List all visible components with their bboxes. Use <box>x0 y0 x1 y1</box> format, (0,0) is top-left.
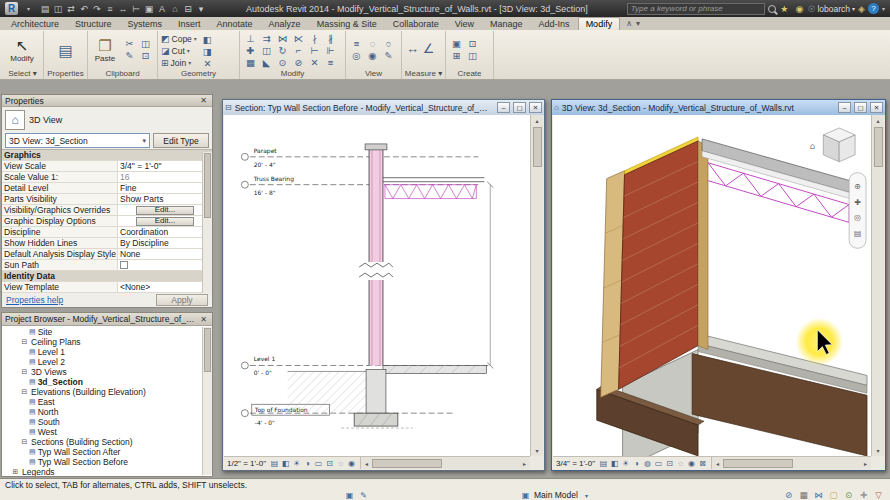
tree-item-east[interactable]: ▤East <box>2 397 212 407</box>
vertical-scrollbar[interactable]: ▴ ▾ <box>871 115 884 456</box>
select-pinned-elements-icon[interactable]: ⊙ <box>843 490 854 500</box>
section-window-titlebar[interactable]: ⊟ Section: Typ Wall Section Before - Mod… <box>223 100 544 115</box>
print-icon[interactable]: ≡ <box>104 2 116 15</box>
tab-annotate[interactable]: Annotate <box>209 17 261 30</box>
property-value-visibility-graphics-overrides[interactable]: Edit... <box>118 205 212 215</box>
tag-by-category-icon[interactable]: ▣ <box>143 2 155 15</box>
hide-category-icon[interactable]: ◌ <box>365 37 380 49</box>
tree-item-sections-building-section[interactable]: ⊟Sections (Building Section) <box>2 437 212 447</box>
open-icon[interactable]: ▤ <box>39 2 51 15</box>
exclude-options-icon[interactable]: ⊘ <box>783 490 794 500</box>
properties-toggle-button[interactable]: ▤ <box>49 32 83 69</box>
tab-analyze[interactable]: Analyze <box>261 17 309 30</box>
render-icon[interactable]: ◍ <box>642 458 653 469</box>
split-with-gap-icon[interactable]: ∦ <box>323 32 338 44</box>
close-button[interactable]: ✕ <box>870 102 883 113</box>
tab-manage[interactable]: Manage <box>482 17 531 30</box>
unlocked-3d-view-icon[interactable]: ⊠ <box>697 458 708 469</box>
scale-icon[interactable]: ◣ <box>259 56 274 68</box>
type-selector-combo[interactable]: 3D View: 3d_Section ▾ <box>5 133 150 148</box>
tree-item-legends[interactable]: ⊞Legends <box>2 467 212 476</box>
pan-icon[interactable]: ✚ <box>854 198 861 207</box>
scale-control[interactable]: 3/4" = 1'-0" <box>556 459 595 468</box>
thin-lines-icon[interactable]: ≡ <box>349 37 364 49</box>
join-button[interactable]: ⊞Join▾ <box>161 57 197 68</box>
property-value-discipline[interactable]: Coordination <box>118 227 212 237</box>
property-value-view-scale[interactable]: 3/4" = 1'-0"▾ <box>118 161 212 171</box>
expand-icon[interactable]: ⊟ <box>20 368 29 376</box>
edit-button[interactable]: Edit... <box>136 206 194 215</box>
tab-add-ins[interactable]: Add-Ins <box>531 17 578 30</box>
orbit-icon[interactable]: ▤ <box>854 229 862 238</box>
application-menu-button[interactable]: R <box>5 2 18 15</box>
tree-item-south[interactable]: ▤South <box>2 417 212 427</box>
paste-button[interactable]: ❐ Paste <box>91 32 119 69</box>
section-icon[interactable]: ⊟ <box>182 2 194 15</box>
property-value-graphic-display-options[interactable]: Edit... <box>118 216 212 226</box>
measure-between-references-icon[interactable]: ↔ <box>405 36 420 60</box>
measure-icon[interactable]: ↔ <box>117 2 129 15</box>
reveal-hidden-elements-icon[interactable]: ◉ <box>346 458 357 469</box>
panel-label-select[interactable]: Select ▾ <box>2 69 43 79</box>
tree-item-typ-wall-section-before[interactable]: ▤Typ Wall Section Before <box>2 457 212 467</box>
minimize-ribbon-icon[interactable]: ∧ <box>626 19 632 28</box>
editable-only-icon[interactable]: ▦ <box>798 490 809 500</box>
cut-profile-icon[interactable]: ✎ <box>381 49 396 61</box>
array-icon[interactable]: ▦ <box>243 56 258 68</box>
mirror-draw-axis-icon[interactable]: ⋉ <box>291 32 306 44</box>
shadows-icon[interactable]: ◑ <box>302 458 313 469</box>
tree-item-3d-views[interactable]: ⊟3D Views <box>2 367 212 377</box>
mirror-pick-axis-icon[interactable]: ⋈ <box>275 32 290 44</box>
tab-massing-site[interactable]: Massing & Site <box>309 17 385 30</box>
panel-label-view[interactable]: View <box>346 69 401 79</box>
close-button[interactable]: ✕ <box>529 102 542 113</box>
hide-elements-icon[interactable]: ○ <box>381 37 396 49</box>
property-section-graphics[interactable]: Graphics∧ <box>2 150 212 161</box>
apply-button[interactable]: Apply <box>156 294 208 306</box>
cut-icon[interactable]: ✂ <box>122 37 137 49</box>
sun-path-checkbox[interactable] <box>120 261 128 269</box>
application-menu-caret-icon[interactable]: ▾ <box>21 3 36 15</box>
temporary-hide-isolate-icon[interactable]: ◌ <box>335 458 346 469</box>
3d-window-titlebar[interactable]: ⌂ 3D View: 3d_Section - Modify_Vertical_… <box>552 100 885 115</box>
expand-icon[interactable]: ⊞ <box>11 468 20 476</box>
infocenter-search-input[interactable] <box>627 3 765 15</box>
detail-level-icon[interactable]: ▤ <box>598 458 609 469</box>
close-icon[interactable]: ✕ <box>198 315 209 324</box>
tree-item-level-1[interactable]: ▤Level 1 <box>2 347 212 357</box>
edit-button[interactable]: Edit... <box>136 217 194 226</box>
panel-label-clipboard[interactable]: Clipboard <box>88 69 157 79</box>
crop-view-icon[interactable]: ▭ <box>653 458 664 469</box>
panel-label-create[interactable]: Create <box>446 69 493 79</box>
move-icon[interactable]: ✚ <box>243 44 258 56</box>
default-3d-view-icon[interactable]: ⌂ <box>169 2 181 15</box>
modify-tool-button[interactable]: ↖ Modify <box>5 32 39 69</box>
visual-style-icon[interactable]: ◧ <box>280 458 291 469</box>
save-icon[interactable]: ◫ <box>52 2 64 15</box>
tab-systems[interactable]: Systems <box>120 17 171 30</box>
copy-to-clipboard-icon[interactable]: ◫ <box>138 37 153 49</box>
offset-icon[interactable]: ⇉ <box>259 32 274 44</box>
selection-filter-icon[interactable]: ▽ <box>873 490 884 500</box>
panel-label-properties[interactable]: Properties <box>44 69 87 79</box>
close-icon[interactable]: ✕ <box>198 96 209 105</box>
copy-icon[interactable]: ◫ <box>259 44 274 56</box>
properties-scrollbar[interactable] <box>202 152 212 293</box>
property-value-show-hidden-lines[interactable]: By Discipline <box>118 238 212 248</box>
tree-item-site[interactable]: ▤Site <box>2 327 212 337</box>
ribbon-display-options-icon[interactable]: ▾ <box>636 19 640 28</box>
cope-button[interactable]: ◩Cope▾ <box>161 33 197 44</box>
minimize-button[interactable]: ‒ <box>497 102 510 113</box>
project-browser-header[interactable]: Project Browser - Modify_Vertical_Struct… <box>2 313 212 326</box>
horizontal-scrollbar[interactable]: ◂ ▸ <box>712 457 871 469</box>
tree-item-level-2[interactable]: ▤Level 2 <box>2 357 212 367</box>
properties-help-link[interactable]: Properties help <box>6 295 156 305</box>
rotate-icon[interactable]: ↻ <box>275 44 290 56</box>
create-parts-icon[interactable]: ◫ <box>465 49 480 61</box>
trim-extend-multiple-icon[interactable]: ⊩ <box>323 44 338 56</box>
expand-icon[interactable]: ⊟ <box>20 388 29 396</box>
tree-item-west[interactable]: ▤West <box>2 427 212 437</box>
text-icon[interactable]: A <box>156 2 168 15</box>
delete-icon[interactable]: ✕ <box>307 56 322 68</box>
panel-label-measure[interactable]: Measure ▾ <box>402 69 445 79</box>
